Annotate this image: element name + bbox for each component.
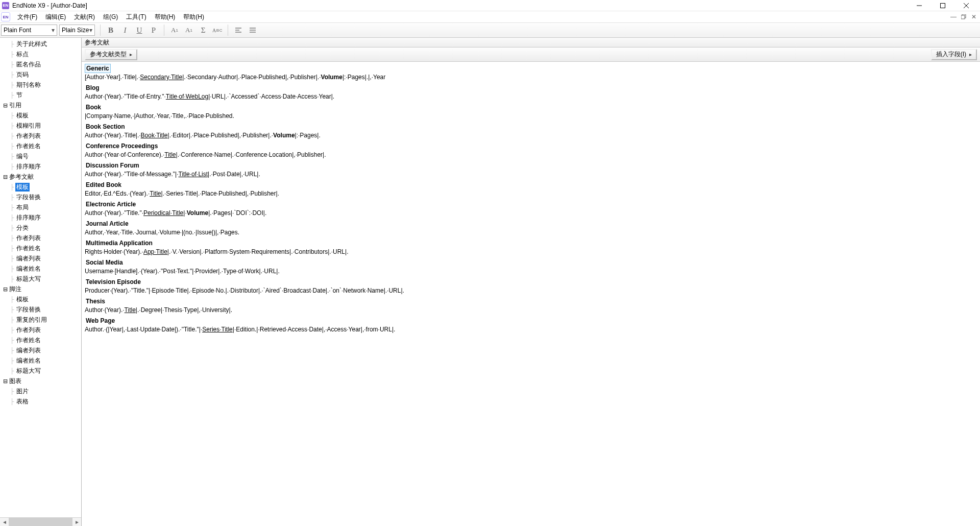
template-body[interactable]: Author.·(|Year|,·Last·Update·Date|).·"Ti… (85, 325, 977, 333)
plain-button[interactable]: P (146, 23, 161, 37)
template-body[interactable]: Author·(Year).·"Title."·Periodical·Title… (85, 209, 977, 217)
template-block[interactable]: Discussion ForumAuthor·(Year).·"Title·of… (85, 161, 977, 178)
tree-item[interactable]: ⊟引用 (0, 100, 81, 110)
collapse-icon[interactable]: ⊟ (2, 286, 8, 293)
template-body[interactable]: Username·[Handle].·(Year).·"Post·Text."|… (85, 267, 977, 275)
minimize-button[interactable] (908, 0, 931, 11)
tree-item[interactable]: ├字段替换 (0, 304, 81, 315)
tree-item[interactable]: ├标点 (0, 49, 81, 59)
subscript-button[interactable]: A1 (182, 23, 196, 37)
maximize-button[interactable] (931, 0, 954, 11)
tree-item[interactable]: ├表格 (0, 396, 81, 407)
template-body[interactable]: Author·(Year).·"Title·of·Entry."·Title·o… (85, 92, 977, 101)
menu-item[interactable]: 帮助(H) (179, 12, 208, 22)
tree-item[interactable]: ⊟脚注 (0, 284, 81, 294)
scroll-thumb[interactable] (9, 518, 72, 526)
template-block[interactable]: Multimedia ApplicationRights·Holder·(Yea… (85, 238, 977, 256)
style-tree[interactable]: ├关于此样式├标点├匿名作品├页码├期刊名称├节⊟引用├模板├模糊引用├作者列表… (0, 38, 81, 517)
template-block[interactable]: Electronic ArticleAuthor·(Year).·"Title.… (85, 200, 977, 217)
tree-item[interactable]: ⊟参考文献 (0, 172, 81, 182)
tree-item[interactable]: ├字段替换 (0, 192, 81, 202)
close-button[interactable] (954, 0, 978, 11)
insert-field-button[interactable]: 插入字段(I) ▸ (931, 49, 977, 60)
tree-item[interactable]: ├分类 (0, 223, 81, 233)
tree-item[interactable]: ├模板 (0, 110, 81, 121)
collapse-icon[interactable]: ⊟ (2, 378, 8, 385)
tree-item[interactable]: ├标题大写 (0, 274, 81, 284)
underline-button[interactable]: U (132, 23, 146, 37)
mdi-minimize-button[interactable]: — (948, 13, 959, 21)
template-block[interactable]: Journal ArticleAuthor,·Year,·Title.·Jour… (85, 219, 977, 236)
collapse-icon[interactable]: ⊟ (2, 174, 8, 180)
italic-button[interactable]: I (118, 23, 132, 37)
scroll-right-icon[interactable]: ▸ (72, 518, 81, 526)
font-selector[interactable]: Plain Font▾ (1, 25, 57, 36)
tree-item[interactable]: ├作者姓名 (0, 243, 81, 253)
menu-item[interactable]: 文件(F) (13, 12, 41, 22)
symbol-button[interactable]: Σ (196, 23, 210, 37)
sidebar-hscrollbar[interactable]: ◂ ▸ (0, 517, 81, 526)
template-body[interactable]: Author·(Year).·Title|.·Book·Title|.·Edit… (85, 131, 977, 139)
tree-item[interactable]: ├作者列表 (0, 131, 81, 141)
align-left-button[interactable] (231, 23, 246, 37)
template-body[interactable]: Rights·Holder·(Year).·App·Title|.·V.·Ver… (85, 248, 977, 256)
tree-item[interactable]: ├节 (0, 90, 81, 100)
tree-item[interactable]: ├作者列表 (0, 325, 81, 335)
template-block[interactable]: Book|Company·Name,·|Author,·Year,·Title,… (85, 103, 977, 120)
template-body[interactable]: [Author·Year].·Title|.·Secondary·Title|.… (85, 73, 977, 81)
template-body[interactable]: Author·(Year·of·Conference).·Title|.·Con… (85, 151, 977, 159)
template-body[interactable]: Editor,·Ed.^Eds.·(Year).·Title|.·Series·… (85, 189, 977, 198)
tree-item[interactable]: ├标题大写 (0, 366, 81, 376)
template-block[interactable]: ThesisAuthor·(Year).·Title|.·Degree|·The… (85, 297, 977, 314)
template-editor[interactable]: Generic[Author·Year].·Title|.·Secondary·… (82, 62, 980, 526)
template-block[interactable]: BlogAuthor·(Year).·"Title·of·Entry."·Tit… (85, 83, 977, 101)
template-body[interactable]: |Company·Name,·|Author,·Year,·Title,.·Pl… (85, 112, 977, 120)
superscript-button[interactable]: A1 (167, 23, 182, 37)
tree-item[interactable]: ├模板 (0, 182, 81, 192)
tree-item[interactable]: ├排序顺序 (0, 161, 81, 172)
menu-item[interactable]: 文献(R) (70, 12, 99, 22)
tree-item[interactable]: ├作者列表 (0, 233, 81, 243)
template-body[interactable]: Author·(Year).·Title|.·Degree|·Thesis·Ty… (85, 306, 977, 314)
menu-item[interactable]: 工具(T) (122, 12, 150, 22)
template-block[interactable]: Web PageAuthor.·(|Year|,·Last·Update·Dat… (85, 316, 977, 333)
tree-item[interactable]: ├模板 (0, 294, 81, 304)
tree-item[interactable]: ├模糊引用 (0, 121, 81, 131)
template-block[interactable]: Edited BookEditor,·Ed.^Eds.·(Year).·Titl… (85, 180, 977, 198)
tree-item[interactable]: ├重复的引用 (0, 315, 81, 325)
template-body[interactable]: Producer·(Year).·"Title."|·Episode·Title… (85, 286, 977, 295)
tree-item[interactable]: ├图片 (0, 386, 81, 396)
template-block[interactable]: Generic[Author·Year].·Title|.·Secondary·… (85, 64, 977, 81)
template-block[interactable]: Social MediaUsername·[Handle].·(Year).·"… (85, 258, 977, 275)
tree-item[interactable]: ├关于此样式 (0, 39, 81, 49)
menu-item[interactable]: 编辑(E) (41, 12, 70, 22)
tree-item[interactable]: ├编号 (0, 151, 81, 161)
tree-item[interactable]: ├编者列表 (0, 345, 81, 355)
template-block[interactable]: Book SectionAuthor·(Year).·Title|.·Book·… (85, 122, 977, 139)
tree-item[interactable]: ├期刊名称 (0, 80, 81, 90)
reference-type-button[interactable]: 参考文献类型 ▸ (85, 49, 137, 60)
bold-button[interactable]: B (104, 23, 118, 37)
tree-item[interactable]: ⊟图表 (0, 376, 81, 386)
tree-item[interactable]: ├作者姓名 (0, 141, 81, 151)
scroll-left-icon[interactable]: ◂ (0, 518, 9, 526)
tree-item[interactable]: ├排序顺序 (0, 212, 81, 223)
tree-item[interactable]: ├编者姓名 (0, 355, 81, 366)
tree-item[interactable]: ├匿名作品 (0, 59, 81, 69)
collapse-icon[interactable]: ⊟ (2, 102, 8, 109)
template-body[interactable]: Author·(Year).·"Title·of·Message."|·Titl… (85, 170, 977, 178)
template-block[interactable]: Television EpisodeProducer·(Year).·"Titl… (85, 277, 977, 295)
tree-item[interactable]: ├编者列表 (0, 253, 81, 264)
mdi-restore-button[interactable] (959, 13, 969, 21)
tree-item[interactable]: ├作者姓名 (0, 335, 81, 345)
tree-item[interactable]: ├编者姓名 (0, 264, 81, 274)
align-justify-button[interactable] (246, 23, 260, 37)
tree-item[interactable]: ├布局 (0, 202, 81, 212)
smallcaps-button[interactable]: ABC (210, 23, 225, 37)
mdi-close-button[interactable]: ✕ (969, 13, 979, 21)
menu-item[interactable]: 组(G) (99, 12, 122, 22)
tree-item[interactable]: ├页码 (0, 69, 81, 80)
template-body[interactable]: Author,·Year,·Title.·Journal,·Volume·|(n… (85, 228, 977, 236)
size-selector[interactable]: Plain Size▾ (59, 25, 95, 36)
menu-item[interactable]: 帮助(H) (151, 12, 180, 22)
